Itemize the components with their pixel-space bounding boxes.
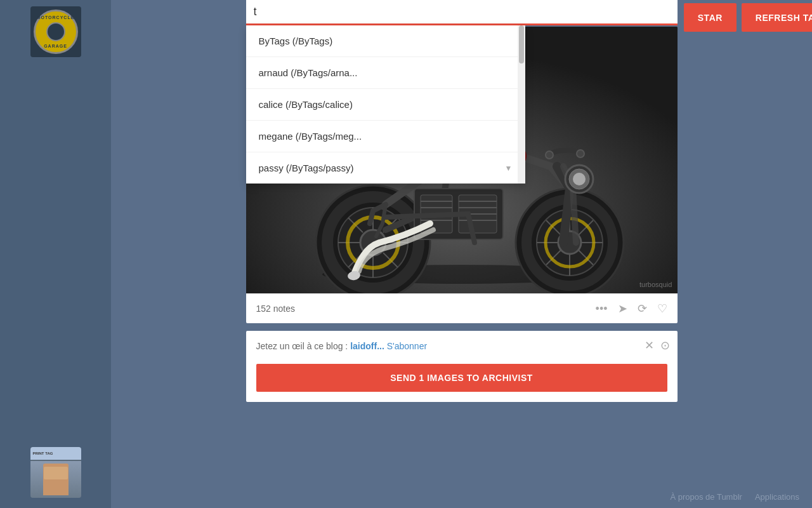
sidebar: MOTORCYCLE GARAGE PRINT TAG [0,0,111,508]
page-footer: À propos de Tumblr Applications [657,486,812,508]
main-content: ByTags (/ByTags) arnaud (/ByTags/arna...… [111,0,812,508]
post-footer: 152 notes ••• ➤ ⟳ ♡ [246,293,678,323]
dropdown-arrow-icon: ▼ [505,164,513,173]
svg-point-42 [577,150,584,157]
refresh-tags-button[interactable]: REFRESH TAGS [742,3,812,32]
dropdown-scrollbar[interactable] [518,25,525,184]
subscribe-link[interactable]: S'abonner [387,341,427,351]
search-dropdown: ByTags (/ByTags) arnaud (/ByTags/arna...… [246,25,525,184]
more-options-icon[interactable]: ••• [596,302,608,316]
send-images-button[interactable]: SEND 1 IMAGES TO ARCHIVIST [256,364,667,392]
dropdown-item-0[interactable]: ByTags (/ByTags) [246,25,525,57]
thumb-content [30,461,81,498]
post-2-header: Jetez un œil à ce blog : laidoff... S'ab… [256,341,667,351]
like-icon[interactable]: ♡ [657,302,667,316]
thumb-image: PRINT TAG [30,447,81,498]
svg-point-43 [546,151,553,159]
sidebar-thumb-post[interactable]: PRINT TAG [30,447,81,498]
search-input[interactable] [254,5,670,18]
star-button[interactable]: STAR [684,3,737,32]
thumb-label: PRINT TAG [33,451,53,455]
logo-avatar[interactable]: MOTORCYCLE GARAGE [30,6,81,57]
post-2-actions: ✕ ⊙ [645,338,670,352]
dropdown-item-1[interactable]: arnaud (/ByTags/arna... [246,57,525,89]
logo-icon: MOTORCYCLE GARAGE [34,10,78,54]
search-wrapper [246,0,678,25]
dropdown-item-3[interactable]: megane (/ByTags/meg... [246,121,525,152]
toolbar-container: ByTags (/ByTags) arnaud (/ByTags/arna...… [246,0,678,25]
thumb-top-bar: PRINT TAG [30,447,81,460]
applications-link[interactable]: Applications [755,492,799,502]
retweet-icon[interactable]: ⟳ [638,302,647,316]
action-buttons: STAR REFRESH TAGS [684,0,812,35]
dropdown-item-4[interactable]: passy (/ByTags/passy) ▼ [246,152,525,184]
dropdown-item-2[interactable]: calice (/ByTags/calice) [246,89,525,121]
svg-point-46 [573,173,586,185]
scrollbar-thumb [519,25,524,64]
compass-icon[interactable]: ⊙ [660,338,670,352]
dismiss-icon[interactable]: ✕ [645,338,654,352]
about-tumblr-link[interactable]: À propos de Tumblr [670,492,742,502]
post-card-2: Jetez un œil à ce blog : laidoff... S'ab… [246,331,678,402]
post-actions: ••• ➤ ⟳ ♡ [596,302,667,316]
reblog-arrow-icon[interactable]: ➤ [618,302,627,316]
blog-name-link[interactable]: laidoff... [350,341,384,351]
svg-text:turbosquid: turbosquid [639,281,672,288]
notes-count: 152 notes [256,304,296,314]
logo-inner-circle [46,22,65,41]
